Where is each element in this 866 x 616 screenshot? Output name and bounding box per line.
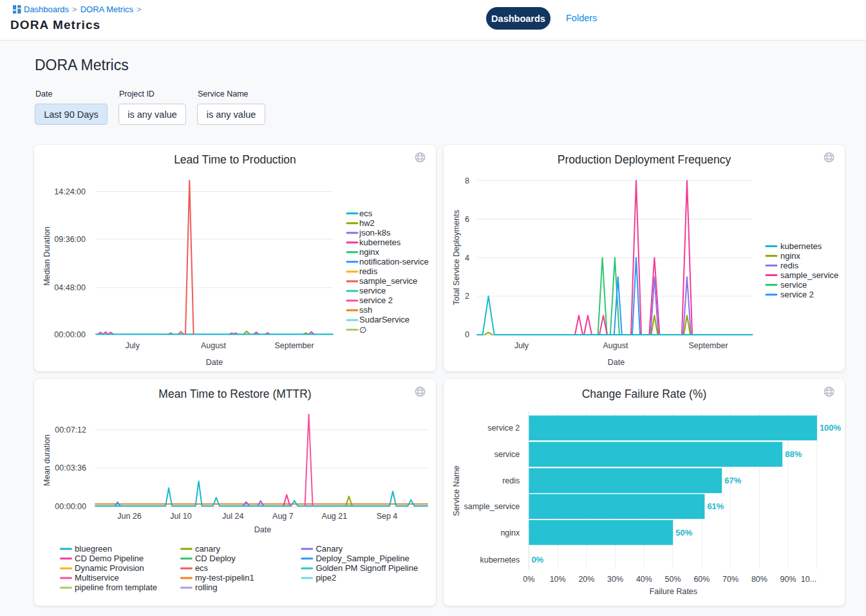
svg-text:Failure Rates: Failure Rates	[650, 587, 697, 596]
svg-text:14:24:00: 14:24:00	[54, 187, 86, 196]
svg-text:August: August	[201, 341, 226, 350]
svg-text:Lead Time to Production: Lead Time to Production	[174, 153, 296, 166]
svg-text:ecs: ecs	[195, 563, 209, 573]
svg-text:Aug 7: Aug 7	[272, 512, 294, 521]
svg-text:0%: 0%	[523, 575, 534, 584]
svg-text:bluegreen: bluegreen	[75, 544, 112, 554]
svg-text:00:00:00: 00:00:00	[55, 502, 86, 511]
svg-text:04:48:00: 04:48:00	[54, 283, 86, 292]
svg-text:0%: 0%	[531, 555, 543, 565]
svg-text:nginx: nginx	[500, 528, 520, 537]
svg-text:Jul 24: Jul 24	[222, 512, 243, 521]
svg-text:August: August	[603, 341, 628, 350]
svg-text:30%: 30%	[607, 575, 623, 584]
svg-text:50%: 50%	[665, 575, 681, 584]
svg-text:redis: redis	[359, 266, 378, 276]
svg-text:SudarService: SudarService	[359, 315, 409, 324]
svg-text:July: July	[514, 341, 529, 350]
svg-text:service: service	[780, 280, 807, 290]
svg-text:Deploy_Sample_Pipeline: Deploy_Sample_Pipeline	[315, 554, 409, 563]
svg-text:sample_service: sample_service	[780, 270, 838, 280]
svg-text:67%: 67%	[724, 476, 741, 485]
svg-text:service: service	[494, 450, 520, 459]
svg-text:notification-service: notification-service	[359, 257, 429, 266]
svg-text:sample_service: sample_service	[359, 276, 417, 286]
svg-text:Dynamic Provision: Dynamic Provision	[75, 563, 144, 573]
svg-text:00:07:12: 00:07:12	[55, 425, 86, 434]
svg-text:Service Name: Service Name	[452, 465, 461, 516]
svg-text:20%: 20%	[578, 575, 594, 584]
svg-text:00:00:00: 00:00:00	[54, 330, 86, 339]
svg-text:service: service	[359, 286, 386, 295]
svg-text:kubernetes: kubernetes	[359, 238, 401, 247]
svg-text:hw2: hw2	[359, 218, 375, 228]
svg-text:10%: 10%	[550, 575, 566, 584]
svg-text:40%: 40%	[636, 575, 652, 584]
svg-text:ecs: ecs	[359, 209, 373, 218]
svg-text:pipeline from template: pipeline from template	[75, 583, 157, 592]
svg-text:kubernetes: kubernetes	[780, 241, 822, 251]
svg-text:Date: Date	[608, 358, 625, 367]
svg-text:Date: Date	[206, 358, 223, 367]
svg-text:Change Failure Rate (%): Change Failure Rate (%)	[582, 387, 707, 400]
svg-text:nginx: nginx	[780, 251, 801, 261]
svg-text:8: 8	[465, 176, 469, 185]
svg-text:Canary: Canary	[315, 544, 343, 554]
svg-text:61%: 61%	[707, 501, 724, 511]
svg-text:Jul 10: Jul 10	[170, 512, 191, 521]
svg-text:service 2: service 2	[780, 290, 814, 299]
svg-text:service 2: service 2	[487, 424, 520, 433]
svg-text:90%: 90%	[780, 575, 796, 584]
svg-text:September: September	[274, 341, 314, 350]
svg-text:rolling: rolling	[195, 583, 218, 592]
svg-text:pipe2: pipe2	[315, 573, 336, 583]
svg-text:CD Deploy: CD Deploy	[195, 554, 236, 563]
svg-text:nginx: nginx	[359, 247, 380, 257]
svg-text:September: September	[688, 341, 728, 350]
svg-text:00:03:36: 00:03:36	[55, 463, 86, 472]
svg-text:2: 2	[465, 292, 469, 301]
svg-text:Median Duration: Median Duration	[42, 227, 52, 286]
svg-text:July: July	[126, 341, 140, 350]
svg-text:service 2: service 2	[359, 295, 393, 305]
svg-text:Jun 26: Jun 26	[117, 512, 142, 521]
svg-text:70%: 70%	[722, 575, 739, 584]
svg-text:80%: 80%	[751, 575, 767, 584]
svg-text:redis: redis	[502, 476, 520, 485]
svg-text:4: 4	[465, 254, 469, 263]
svg-text:sample_service: sample_service	[464, 502, 520, 511]
svg-text:100%: 100%	[820, 423, 842, 433]
svg-text:kubernetes: kubernetes	[480, 555, 520, 565]
svg-text:Golden PM Signoff Pipeline: Golden PM Signoff Pipeline	[315, 563, 418, 573]
svg-text:60%: 60%	[693, 575, 710, 584]
svg-text:09:36:00: 09:36:00	[54, 235, 86, 244]
svg-text:Aug 21: Aug 21	[322, 512, 348, 521]
svg-text:6: 6	[465, 215, 469, 224]
svg-text:canary: canary	[195, 544, 221, 554]
svg-text:Total Service Deployments: Total Service Deployments	[452, 210, 461, 305]
svg-text:50%: 50%	[675, 528, 692, 537]
svg-text:10...: 10...	[801, 575, 816, 584]
svg-text:ssh: ssh	[359, 305, 372, 315]
svg-text:Multiservice: Multiservice	[75, 573, 119, 583]
svg-text:∅: ∅	[359, 325, 366, 335]
svg-text:Sep 4: Sep 4	[377, 512, 398, 521]
svg-text:0: 0	[465, 330, 469, 339]
svg-text:my-test-pipelin1: my-test-pipelin1	[195, 573, 254, 583]
svg-text:Mean Time to Restore (MTTR): Mean Time to Restore (MTTR)	[158, 387, 311, 400]
svg-text:CD Demo Pipeline: CD Demo Pipeline	[75, 554, 144, 563]
svg-text:redis: redis	[780, 261, 799, 270]
svg-text:Date: Date	[254, 525, 271, 534]
svg-text:Production Deployment Frequenc: Production Deployment Frequency	[558, 153, 731, 166]
svg-text:88%: 88%	[785, 449, 802, 459]
svg-text:json-k8s: json-k8s	[359, 228, 391, 238]
svg-text:Mean duration: Mean duration	[42, 434, 52, 486]
